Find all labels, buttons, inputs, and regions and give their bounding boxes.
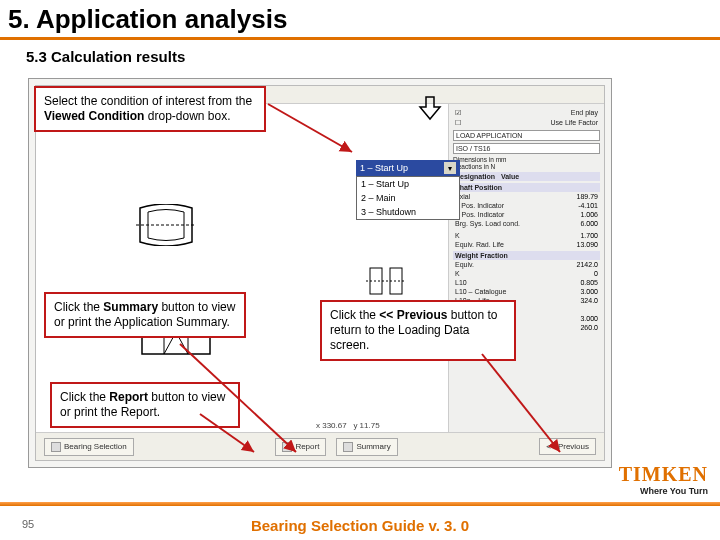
result-row: Axial189.79 — [453, 192, 600, 201]
dropdown-item[interactable]: 1 – Start Up — [357, 177, 459, 191]
result-row: L10 – Catalogue3.000 — [453, 287, 600, 296]
col-designation: Designation — [455, 173, 495, 180]
callout-text: Click the — [54, 300, 103, 314]
panel-select-1[interactable]: LOAD APPLICATION — [453, 130, 600, 141]
result-row: Equiv.2142.0 — [453, 260, 600, 269]
bearing-selection-button[interactable]: Bearing Selection — [44, 438, 134, 456]
chk-life-label: Use Life Factor — [551, 119, 598, 127]
results-panel: ☑End play ☐Use Life Factor LOAD APPLICAT… — [448, 104, 604, 432]
callout-bold: Report — [109, 390, 148, 404]
col-value: Value — [501, 173, 519, 180]
callout-text: Select the condition of interest from th… — [44, 94, 252, 108]
result-row: A Pos. Indicator-4.101 — [453, 201, 600, 210]
callout-text: Click the — [330, 308, 379, 322]
btn-label: Summary — [356, 442, 390, 451]
slide-title-bar: 5. Application analysis — [0, 0, 720, 40]
footer-title: Bearing Selection Guide v. 3. 0 — [0, 517, 720, 534]
previous-button[interactable]: << Previous — [539, 438, 596, 455]
logo-tagline: Where You Turn — [619, 486, 708, 496]
result-row: K0 — [453, 269, 600, 278]
bearing-drawing-a — [136, 204, 196, 246]
title-text: Application analysis — [30, 4, 288, 34]
btn-label: Bearing Selection — [64, 442, 127, 451]
dropdown-item[interactable]: 3 – Shutdown — [357, 205, 459, 219]
dropdown-item[interactable]: 2 – Main — [357, 191, 459, 205]
callout-bold: << Previous — [379, 308, 447, 322]
callout-bold: Viewed Condition — [44, 109, 144, 123]
viewed-condition-dropdown[interactable]: 1 – Start Up ▾ 1 – Start Up 2 – Main 3 –… — [356, 160, 460, 220]
bearing-drawing-c — [366, 264, 406, 298]
summary-button[interactable]: Summary — [336, 438, 397, 456]
section-weight-fraction: Weight Fraction — [453, 251, 600, 260]
dropdown-selected[interactable]: 1 – Start Up ▾ — [356, 160, 460, 176]
report-icon — [282, 442, 292, 452]
down-arrow-icon — [416, 95, 444, 121]
status-x: x 330.67 — [316, 421, 347, 430]
result-row: K1.700 — [453, 231, 600, 240]
btn-label: Report — [295, 442, 319, 451]
slide-subtitle: 5.3 Calculation results — [0, 40, 720, 71]
chk-endplay-label: End play — [571, 109, 598, 117]
panel-note: Dimensions in mm Reactions in N — [453, 156, 600, 170]
callout-bold: Summary — [103, 300, 158, 314]
title-number: 5. — [8, 4, 30, 34]
result-row: Equiv. Rad. Life13.090 — [453, 240, 600, 249]
result-row: L100.805 — [453, 278, 600, 287]
callout-text: Click the — [60, 390, 109, 404]
btn-label: << Previous — [546, 442, 589, 451]
panel-select-2[interactable]: ISO / TS16 — [453, 143, 600, 154]
callout-viewed-condition: Select the condition of interest from th… — [34, 86, 266, 132]
result-row: B Pos. Indicator1.006 — [453, 210, 600, 219]
dropdown-selected-label: 1 – Start Up — [360, 163, 408, 173]
status-coords: x 330.67 y 11.75 — [316, 421, 380, 430]
status-y: y 11.75 — [353, 421, 379, 430]
callout-report: Click the Report button to view or print… — [50, 382, 240, 428]
callout-summary: Click the Summary button to view or prin… — [44, 292, 246, 338]
button-bar: Bearing Selection Report Summary << Prev… — [36, 432, 604, 460]
dropdown-list: 1 – Start Up 2 – Main 3 – Shutdown — [356, 176, 460, 220]
callout-previous: Click the << Previous button to return t… — [320, 300, 516, 361]
brand-logo: TIMKEN Where You Turn — [619, 463, 708, 496]
summary-icon — [343, 442, 353, 452]
bearing-icon — [51, 442, 61, 452]
slide-title: 5. Application analysis — [8, 4, 287, 34]
logo-word: TIMKEN — [619, 463, 708, 486]
report-button[interactable]: Report — [275, 438, 326, 456]
result-row: Brg. Sys. Load cond.6.000 — [453, 219, 600, 228]
footer-divider — [0, 502, 720, 506]
section-shaft-position: Shaft Position — [453, 183, 600, 192]
chevron-down-icon: ▾ — [444, 162, 456, 174]
callout-text: drop-down box. — [144, 109, 230, 123]
